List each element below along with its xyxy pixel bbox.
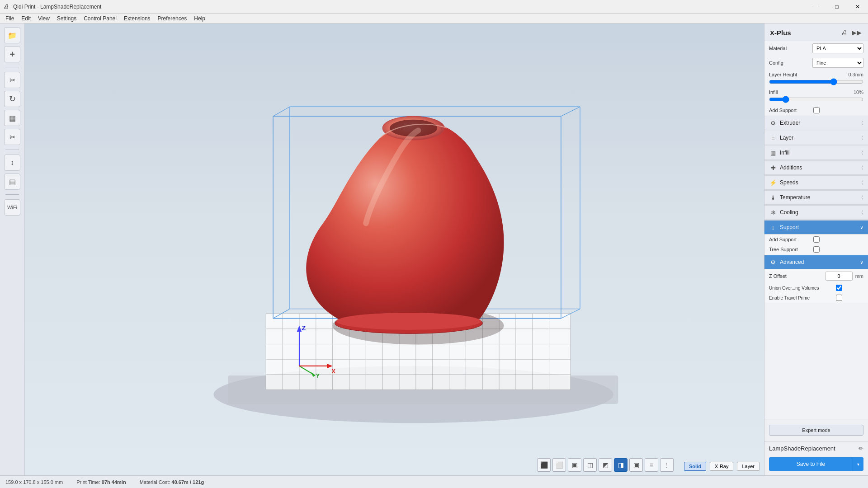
- support-section-header[interactable]: ↕ Support ∨: [764, 220, 868, 235]
- print-time-label: Print Time: 07h 44min: [76, 479, 126, 485]
- toolbar-divider-2: [5, 150, 19, 150]
- maximize-button[interactable]: □: [826, 0, 847, 14]
- additions-icon: ✚: [769, 164, 777, 172]
- layer-arrow: 〈: [859, 135, 863, 141]
- menu-settings[interactable]: Settings: [53, 14, 80, 23]
- view-left-button[interactable]: ◫: [583, 458, 597, 472]
- layer-height-slider[interactable]: [769, 78, 863, 85]
- union-overlap-checkbox[interactable]: [836, 285, 842, 291]
- wifi-button[interactable]: WiFi: [4, 199, 20, 216]
- support-button[interactable]: ↕: [4, 155, 20, 171]
- layer-height-label: Layer Height: [769, 72, 797, 77]
- layer-height-section: Layer Height 0.3mm: [764, 70, 868, 88]
- transform-button[interactable]: ✂: [4, 72, 20, 88]
- view-options-button[interactable]: ⋮: [660, 458, 674, 472]
- menu-edit[interactable]: Edit: [18, 14, 34, 23]
- arrange-button[interactable]: ▤: [4, 174, 20, 190]
- speeds-section-header[interactable]: ⚡ Speeds 〈: [764, 175, 868, 190]
- extruder-arrow: 〈: [859, 120, 863, 127]
- panel-header: X-Plus 🖨 ▶▶: [764, 23, 868, 41]
- config-label: Config: [769, 60, 810, 66]
- additions-arrow: 〈: [859, 164, 863, 171]
- config-row: Config Fine Normal Draft: [764, 56, 868, 70]
- cooling-section-header[interactable]: ❄ Cooling 〈: [764, 205, 868, 220]
- infill-section-header[interactable]: ▦ Infill 〈: [764, 145, 868, 160]
- expert-mode-button[interactable]: Expert mode: [769, 425, 863, 436]
- add-support-checkbox[interactable]: [813, 107, 820, 113]
- infill-label: Infill: [769, 89, 778, 95]
- view-perspective-button[interactable]: ◨: [614, 458, 627, 472]
- minimize-button[interactable]: —: [806, 0, 826, 14]
- svg-text:Y: Y: [316, 373, 320, 379]
- infill-section-label: Infill: [780, 150, 859, 156]
- menu-view[interactable]: View: [34, 14, 53, 23]
- view-bottom-button[interactable]: ≡: [645, 458, 658, 472]
- menu-control-panel[interactable]: Control Panel: [80, 14, 120, 23]
- view-right-button[interactable]: ◩: [599, 458, 612, 472]
- menu-file[interactable]: File: [2, 14, 18, 23]
- save-to-file-button[interactable]: Save to File: [769, 457, 853, 471]
- svg-point-44: [336, 313, 481, 330]
- infill-value: 10%: [854, 89, 863, 95]
- view-solid-button[interactable]: Solid: [684, 462, 706, 471]
- viewport[interactable]: Z Y X Solid X-Ray Layer ⬛ ⬜ ▣ ◫ ◩ ◨ ▣ ≡: [25, 23, 764, 475]
- tree-support-label: Tree Support: [769, 247, 810, 252]
- add-support-label: Add Support: [769, 108, 810, 113]
- main-layout: 📁 + ✂ ↻ ▦ ✂ ↕ ▤ WiFi: [0, 23, 868, 475]
- support-add-support-row: Add Support: [764, 235, 868, 244]
- layer-icon: ≡: [769, 134, 777, 142]
- travel-prime-label: Enable Travel Prime: [769, 296, 832, 300]
- tree-support-checkbox[interactable]: [813, 246, 820, 253]
- printer-icon[interactable]: 🖨: [840, 28, 848, 37]
- window-title: Qidi Print - LampShadeReplacement: [13, 4, 864, 10]
- menu-preferences[interactable]: Preferences: [154, 14, 191, 23]
- open-folder-button[interactable]: 📁: [4, 27, 20, 43]
- rotate-button[interactable]: ↻: [4, 91, 20, 107]
- print-time-value: 07h 44min: [102, 479, 126, 485]
- view-top-button[interactable]: ▣: [629, 458, 643, 472]
- cooling-icon: ❄: [769, 208, 777, 216]
- advanced-arrow: ∨: [860, 259, 863, 265]
- support-add-checkbox[interactable]: [813, 236, 820, 243]
- panel-spacer: [764, 303, 868, 419]
- app-logo: 🖨: [4, 3, 9, 10]
- z-offset-input[interactable]: [826, 272, 853, 281]
- additions-section-header[interactable]: ✚ Additions 〈: [764, 160, 868, 175]
- config-select[interactable]: Fine Normal Draft: [812, 58, 863, 68]
- support-arrow: ∨: [860, 225, 863, 230]
- view-home-button[interactable]: ⬛: [537, 458, 551, 472]
- support-content: Add Support Tree Support: [764, 235, 868, 254]
- support-add-label: Add Support: [769, 237, 810, 242]
- infill-icon: ▦: [769, 149, 777, 157]
- travel-prime-checkbox[interactable]: [836, 295, 842, 301]
- close-button[interactable]: ✕: [847, 0, 868, 14]
- advanced-content: Z Offset mm Union Over...ng Volumes Enab…: [764, 269, 868, 303]
- bottom-3d-toolbar: ⬛ ⬜ ▣ ◫ ◩ ◨ ▣ ≡ ⋮: [537, 458, 674, 472]
- layer-section-header[interactable]: ≡ Layer 〈: [764, 131, 868, 145]
- panel-bottom: Expert mode: [764, 419, 868, 441]
- menu-extensions[interactable]: Extensions: [120, 14, 154, 23]
- advanced-section-header[interactable]: ⚙ Advanced ∨: [764, 255, 868, 269]
- advanced-label: Advanced: [780, 259, 860, 265]
- save-dropdown-button[interactable]: ▾: [853, 457, 863, 471]
- expand-icon[interactable]: ▶▶: [851, 28, 863, 37]
- left-toolbar: 📁 + ✂ ↻ ▦ ✂ ↕ ▤ WiFi: [0, 23, 25, 475]
- menu-help[interactable]: Help: [190, 14, 209, 23]
- view-front-button[interactable]: ⬜: [552, 458, 566, 472]
- tree-support-row: Tree Support: [764, 244, 868, 254]
- extruder-section-header[interactable]: ⚙ Extruder 〈: [764, 116, 868, 130]
- view-xray-button[interactable]: X-Ray: [710, 462, 734, 471]
- view-layer-button[interactable]: Layer: [737, 462, 760, 471]
- cut-button[interactable]: ✂: [4, 129, 20, 145]
- view-back-button[interactable]: ▣: [568, 458, 581, 472]
- cooling-arrow: 〈: [859, 209, 863, 216]
- svg-line-37: [561, 107, 580, 116]
- material-select[interactable]: PLA ABS PETG: [812, 43, 863, 53]
- temperature-section-header[interactable]: 🌡 Temperature 〈: [764, 190, 868, 205]
- edit-filename-icon[interactable]: ✏: [859, 445, 863, 452]
- speeds-label: Speeds: [780, 179, 859, 186]
- union-overlap-row: Union Over...ng Volumes: [764, 283, 868, 293]
- layers-button[interactable]: ▦: [4, 110, 20, 126]
- infill-slider[interactable]: [769, 96, 863, 103]
- add-model-button[interactable]: +: [4, 46, 20, 62]
